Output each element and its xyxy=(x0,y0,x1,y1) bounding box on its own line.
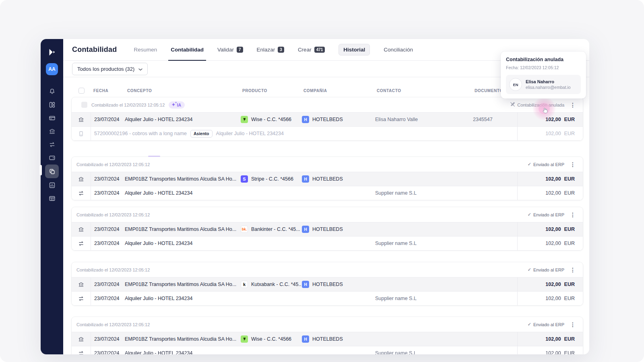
row-document xyxy=(472,332,517,346)
row-product: Wise - C.C. *4566 xyxy=(240,113,301,126)
row-currency: EUR xyxy=(564,336,575,342)
wise-logo xyxy=(241,335,248,343)
kebab-menu-button[interactable]: ⋮ xyxy=(568,321,577,328)
group-timestamp: Contabilizado el 12/02/2023 12:05:12 xyxy=(76,322,150,327)
row-document xyxy=(472,186,517,200)
tab-historial[interactable]: Historial xyxy=(339,44,370,56)
transfer-icon xyxy=(72,186,91,200)
column-header-concepto: CONCEPTO xyxy=(125,88,240,93)
sidebar-item-cards[interactable] xyxy=(45,111,59,124)
focus-line-decoration xyxy=(148,156,160,157)
sidebar-item-tables[interactable] xyxy=(45,192,59,205)
company-label: HOTELBEDS xyxy=(312,226,343,232)
kebab-menu-button[interactable]: ⋮ xyxy=(568,212,577,218)
row-contact xyxy=(374,222,472,236)
row-amount: 102,00EUR xyxy=(517,172,583,186)
table-row[interactable]: 23/07/2024 Alquiler Julio - HOTEL 234234… xyxy=(72,346,583,354)
column-header-compania: COMPAÑÍA xyxy=(301,88,374,93)
workspace-avatar[interactable]: AA xyxy=(46,63,58,75)
row-contact: Supplier name S.L xyxy=(374,186,472,200)
sidebar-item-transfers[interactable] xyxy=(45,138,59,151)
table-row[interactable]: 23/07/2024 EMP01BZ Transportes Maritimos… xyxy=(72,222,583,236)
card-icon xyxy=(49,115,56,121)
row-amount: 102,00EUR xyxy=(517,237,583,250)
row-product xyxy=(240,292,301,305)
tab-count-badge: 3 xyxy=(278,47,284,53)
group-header: Contabilizado el 12/02/2023 12:05:12 ✓En… xyxy=(72,317,583,332)
table-row[interactable]: 23/07/2024 EMP01BZ Transportes Maritimos… xyxy=(72,277,583,291)
kebab-menu-button[interactable]: ⋮ xyxy=(568,102,577,108)
table-row[interactable]: 23/07/2024 Alquiler Julio - HOTEL 234234… xyxy=(72,186,583,200)
transfer-icon xyxy=(72,237,91,250)
group-timestamp: Contabilizado el 12/02/2023 12:05:12 xyxy=(76,267,150,272)
kebab-menu-button[interactable]: ⋮ xyxy=(568,267,577,273)
sparkles-icon: ✦✦ xyxy=(171,103,175,107)
status-sent-erp: ✓Enviado al ERP xyxy=(528,267,564,272)
tab-resumen[interactable]: Resumen xyxy=(134,39,157,60)
group-timestamp: Contabilizado el 12/02/2023 12:05:12 xyxy=(91,103,165,107)
entry-group: Contabilizado el 12/02/2023 12:05:12 ✦✦I… xyxy=(72,97,583,140)
row-amount: 102,00EUR xyxy=(517,222,583,236)
sidebar-item-notifications[interactable] xyxy=(45,85,59,98)
transfers-icon xyxy=(49,141,56,148)
table-row[interactable]: 23/07/2024 EMP01BZ Transportes Maritimos… xyxy=(72,172,583,186)
bank-icon xyxy=(72,278,91,291)
product-filter-label: Todos los productos (32) xyxy=(77,66,134,72)
company-label: HOTELBEDS xyxy=(312,282,343,287)
tab-conciliacion[interactable]: Conciliación xyxy=(384,39,413,60)
row-concept: EMP01BZ Transportes Maritimos Alcudia SA… xyxy=(125,278,240,291)
tab-crear[interactable]: Crear471 xyxy=(298,39,325,60)
group-checkbox[interactable] xyxy=(81,102,87,108)
table-row[interactable]: 23/07/2024 Alquiler Julio - HOTEL 234234… xyxy=(72,236,583,250)
row-product xyxy=(240,237,301,250)
row-product: SStripe - C.C. *4566 xyxy=(240,172,301,186)
bank-icon xyxy=(72,332,91,346)
table-row[interactable]: 23/07/2024 EMP01BZ Transportes Maritimos… xyxy=(72,332,583,346)
table-row[interactable]: 572000002196 - cobros with a long nameAs… xyxy=(72,126,583,140)
pen-slash-icon xyxy=(510,102,515,108)
company-logo: H xyxy=(302,175,309,183)
bankinter-logo: bk. xyxy=(241,226,248,233)
group-header: Contabilizado el 12/02/2023 12:05:12 ✓En… xyxy=(72,262,583,277)
stripe-logo: S xyxy=(241,175,248,183)
row-company: HHOTELBEDS xyxy=(301,278,374,291)
check-icon: ✓ xyxy=(528,162,531,167)
row-company: HHOTELBEDS xyxy=(301,222,374,236)
sidebar-item-dashboard[interactable] xyxy=(45,98,59,111)
product-filter-dropdown[interactable]: Todos los productos (32) xyxy=(72,63,148,75)
tab-count-badge: 471 xyxy=(314,47,325,53)
status-sent-erp: ✓Enviado al ERP xyxy=(528,322,564,327)
tab-contabilidad[interactable]: Contabilidad xyxy=(171,39,204,60)
company-logo: H xyxy=(302,335,309,343)
row-company: HHOTELBEDS xyxy=(301,113,374,126)
kebab-menu-button[interactable]: ⋮ xyxy=(568,161,577,168)
row-product: kKutxabank - C.C. *45... xyxy=(240,278,301,291)
status-annulled[interactable]: Contabilización anulada xyxy=(510,102,564,108)
table-row[interactable]: 23/07/2024 Alquiler Julio - HOTEL 234234… xyxy=(72,291,583,305)
row-date: 23/07/2024 xyxy=(91,186,125,200)
group-header: Contabilizado el 12/02/2023 12:05:12 ✓En… xyxy=(72,207,583,222)
sidebar-item-accounting[interactable] xyxy=(45,165,59,178)
popup-user-card: EN Elisa Naharro elisa.naharro@embat.io xyxy=(506,75,581,94)
row-date: 23/07/2024 xyxy=(91,237,125,250)
company-label: HOTELBEDS xyxy=(312,336,343,342)
group-timestamp: Contabilizado el 12/02/2023 12:05:12 xyxy=(76,162,150,167)
bank-icon xyxy=(72,172,91,186)
row-concept: Alquiler Julio - HOTEL 234234 xyxy=(125,237,240,250)
row-concept: EMP01BZ Transportes Maritimos Alcudia SA… xyxy=(125,332,240,346)
sidebar-item-reports[interactable] xyxy=(45,179,59,191)
document-icon xyxy=(72,127,91,140)
bell-icon xyxy=(49,88,56,95)
tab-enlazar[interactable]: Enlazar3 xyxy=(257,39,284,60)
tooltip-popup: Contabilización anulada Fecha: 12/02/202… xyxy=(501,51,586,99)
select-all-checkbox[interactable] xyxy=(78,88,85,94)
tab-validar[interactable]: Validar7 xyxy=(217,39,243,60)
check-icon: ✓ xyxy=(528,267,531,272)
column-header-fecha: FECHA xyxy=(91,88,125,93)
row-product xyxy=(240,186,301,200)
row-amount: 102,00EUR xyxy=(517,292,583,305)
table-row[interactable]: 23/07/2024 Alquiler Julio - HOTEL 234234… xyxy=(72,112,583,126)
product-label: Stripe - C.C. *4566 xyxy=(251,176,293,182)
sidebar-item-banking[interactable] xyxy=(45,125,59,138)
sidebar-item-wallet[interactable] xyxy=(45,151,59,164)
